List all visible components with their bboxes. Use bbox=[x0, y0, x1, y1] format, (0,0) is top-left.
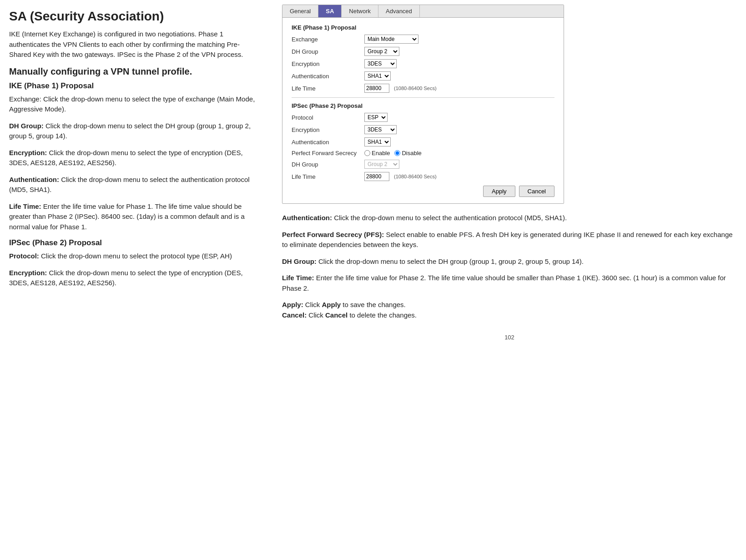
sa-panel: General SA Network Advanced IKE (Phase 1… bbox=[282, 5, 564, 204]
protocol-select[interactable]: ESP AH bbox=[364, 113, 388, 122]
button-row: Apply Cancel bbox=[292, 186, 554, 197]
lt1-input[interactable] bbox=[364, 84, 389, 93]
enc2-desc: Encryption: Click the drop-down menu to … bbox=[9, 268, 259, 288]
exchange-control: Main Mode Aggressive Mode bbox=[364, 35, 418, 44]
tab-sa[interactable]: SA bbox=[318, 5, 342, 17]
auth2-control: MD5 SHA1 bbox=[364, 137, 391, 146]
ike-heading: IKE (Phase 1) Proposal bbox=[9, 81, 259, 91]
lt2-hint: (1080-86400 Secs) bbox=[394, 174, 437, 179]
encryption-desc: Encryption: Click the drop-down menu to … bbox=[9, 148, 259, 168]
pfs-disable-label[interactable]: Disable bbox=[394, 150, 421, 156]
lifetime-desc: Life Time: Enter the life time value for… bbox=[9, 202, 259, 232]
protocol-control: ESP AH bbox=[364, 113, 388, 122]
section1-heading: Manually configuring a VPN tunnel profil… bbox=[9, 66, 259, 77]
dhgroup2-row: DH Group Group 1 Group 2 Group 5 Group 1… bbox=[292, 160, 554, 169]
tab-network[interactable]: Network bbox=[342, 5, 378, 17]
tab-advanced[interactable]: Advanced bbox=[378, 5, 420, 17]
auth-desc: Authentication: Click the drop-down menu… bbox=[9, 175, 259, 195]
auth1-select[interactable]: MD5 SHA1 bbox=[364, 71, 391, 81]
exchange-label: Exchange bbox=[292, 36, 364, 43]
left-column: SA (Security Association) IKE (Internet … bbox=[0, 0, 273, 560]
right-descriptions: Authentication: Click the drop-down menu… bbox=[282, 213, 737, 320]
phase1-title: IKE (Phase 1) Proposal bbox=[292, 24, 554, 31]
protocol-desc: Protocol: Click the drop-down menu to se… bbox=[9, 251, 259, 262]
pfs-row: Perfect Forward Secrecy Enable Disable bbox=[292, 150, 554, 156]
lt2-input[interactable] bbox=[364, 172, 389, 181]
tab-general[interactable]: General bbox=[282, 5, 318, 17]
lt1-label: Life Time bbox=[292, 85, 364, 92]
dh-group-desc: DH Group: Click the drop-down menu to se… bbox=[9, 121, 259, 141]
pfs-enable-radio[interactable] bbox=[364, 150, 370, 156]
lt2-row: Life Time (1080-86400 Secs) bbox=[292, 172, 554, 181]
auth1-control: MD5 SHA1 bbox=[364, 71, 391, 81]
lt1-control: (1080-86400 Secs) bbox=[364, 84, 437, 93]
enc2-control: DES 3DES AES128 AES192 AES256 bbox=[364, 125, 397, 134]
right-pfs-desc: Perfect Forward Secrecy (PFS): Select en… bbox=[282, 230, 737, 250]
intro-paragraph: IKE (Internet Key Exchange) is configure… bbox=[9, 29, 259, 60]
right-apply-desc: Apply: Click Apply to save the changes. … bbox=[282, 300, 737, 320]
pfs-enable-label[interactable]: Enable bbox=[364, 150, 390, 156]
protocol-label: Protocol bbox=[292, 114, 364, 121]
tab-bar: General SA Network Advanced bbox=[282, 5, 564, 18]
auth1-row: Authentication MD5 SHA1 bbox=[292, 71, 554, 81]
enc2-select[interactable]: DES 3DES AES128 AES192 AES256 bbox=[364, 125, 397, 134]
cancel-button[interactable]: Cancel bbox=[519, 186, 554, 197]
dhgroup2-control: Group 1 Group 2 Group 5 Group 14 bbox=[364, 160, 399, 169]
ipsec-heading: IPSec (Phase 2) Proposal bbox=[9, 238, 259, 247]
lt2-control: (1080-86400 Secs) bbox=[364, 172, 437, 181]
lt1-hint: (1080-86400 Secs) bbox=[394, 86, 437, 91]
dhgroup2-label: DH Group bbox=[292, 161, 364, 168]
auth2-label: Authentication bbox=[292, 139, 364, 146]
pfs-disable-radio[interactable] bbox=[394, 150, 400, 156]
right-lt-desc: Life Time: Enter the life time value for… bbox=[282, 273, 737, 293]
right-auth-desc: Authentication: Click the drop-down menu… bbox=[282, 213, 737, 223]
dhgroup1-select[interactable]: Group 1 Group 2 Group 5 Group 14 bbox=[364, 47, 399, 56]
enc1-control: DES 3DES AES128 AES192 AES256 bbox=[364, 59, 397, 68]
exchange-row: Exchange Main Mode Aggressive Mode bbox=[292, 35, 554, 44]
enc2-row: Encryption DES 3DES AES128 AES192 AES256 bbox=[292, 125, 554, 134]
auth2-row: Authentication MD5 SHA1 bbox=[292, 137, 554, 146]
right-dh-desc: DH Group: Click the drop-down menu to se… bbox=[282, 257, 737, 267]
protocol-row: Protocol ESP AH bbox=[292, 113, 554, 122]
lt2-label: Life Time bbox=[292, 173, 364, 180]
auth1-label: Authentication bbox=[292, 73, 364, 80]
enc1-select[interactable]: DES 3DES AES128 AES192 AES256 bbox=[364, 59, 397, 68]
apply-button[interactable]: Apply bbox=[483, 186, 515, 197]
phase2-title: IPSec (Phase 2) Proposal bbox=[292, 102, 554, 109]
dhgroup1-control: Group 1 Group 2 Group 5 Group 14 bbox=[364, 47, 399, 56]
section-divider bbox=[292, 97, 554, 98]
right-column: General SA Network Advanced IKE (Phase 1… bbox=[273, 0, 746, 560]
dhgroup1-label: DH Group bbox=[292, 48, 364, 55]
dhgroup2-select[interactable]: Group 1 Group 2 Group 5 Group 14 bbox=[364, 160, 399, 169]
exchange-select[interactable]: Main Mode Aggressive Mode bbox=[364, 35, 418, 44]
page-number: 102 bbox=[282, 334, 737, 341]
pfs-label: Perfect Forward Secrecy bbox=[292, 150, 364, 156]
enc2-label: Encryption bbox=[292, 126, 364, 133]
auth2-select[interactable]: MD5 SHA1 bbox=[364, 137, 391, 146]
lt1-row: Life Time (1080-86400 Secs) bbox=[292, 84, 554, 93]
pfs-control: Enable Disable bbox=[364, 150, 422, 156]
page-title: SA (Security Association) bbox=[9, 9, 259, 24]
dhgroup1-row: DH Group Group 1 Group 2 Group 5 Group 1… bbox=[292, 47, 554, 56]
enc1-row: Encryption DES 3DES AES128 AES192 AES256 bbox=[292, 59, 554, 68]
panel-body: IKE (Phase 1) Proposal Exchange Main Mod… bbox=[282, 18, 564, 203]
exchange-desc: Exchange: Click the drop-down menu to se… bbox=[9, 94, 259, 115]
enc1-label: Encryption bbox=[292, 61, 364, 67]
